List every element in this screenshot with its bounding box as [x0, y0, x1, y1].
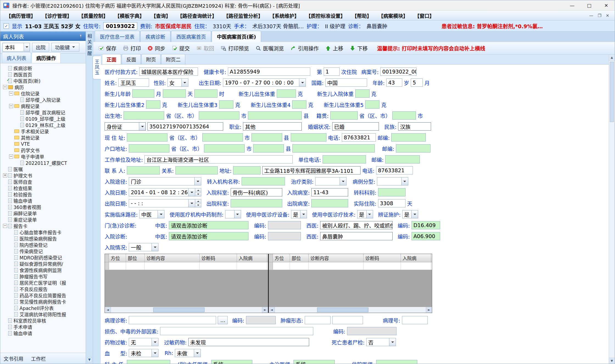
tree-item[interactable]: 药品不良反应简要报告	[1, 292, 86, 298]
scroll-right-arrow[interactable]: ►	[262, 307, 268, 313]
grid-hscrollbar[interactable]: ◄►	[105, 307, 268, 313]
maximize-button[interactable]: □	[581, 0, 598, 10]
native-province-field[interactable]	[330, 111, 358, 120]
admission-route-select[interactable]: 门诊	[129, 177, 201, 185]
menu-item[interactable]: 【系统维护】	[267, 11, 302, 20]
work-phone-field[interactable]	[323, 155, 366, 163]
discharge-ward-field[interactable]	[311, 199, 348, 207]
hukou-province-field[interactable]	[129, 144, 169, 153]
actual-stay-days-field[interactable]: 3308	[378, 199, 406, 207]
grid-empty-row[interactable]	[105, 262, 268, 270]
scroll-left-arrow[interactable]: ◄	[105, 307, 111, 313]
menu-item[interactable]: 【路径监管分析】	[220, 11, 266, 20]
tab-document-quote[interactable]: 文书引用	[4, 355, 23, 362]
tree-item[interactable]: 检查结果	[1, 185, 86, 191]
tree-item[interactable]: 邱华缨_首次病程记	[1, 109, 86, 115]
blood-type-select[interactable]: 未检	[129, 349, 158, 357]
scroll-left-arrow[interactable]: ◄	[269, 307, 275, 313]
contact-name-field[interactable]	[127, 166, 160, 174]
addr-county-field[interactable]	[251, 133, 282, 142]
hukou-detail-field[interactable]	[292, 144, 375, 153]
outpatient-diag-wm-field[interactable]: 被别人殴打、踢、拧、咬或抓伤	[320, 221, 393, 229]
menu-item[interactable]: 【质量控制】	[76, 11, 111, 20]
mdi-close-button[interactable]: ✕	[606, 13, 609, 18]
patient-name-field[interactable]: 王凤玉	[118, 78, 149, 87]
tree-item[interactable]: −病程记录	[1, 103, 86, 109]
newborn-birth-weight-2-field[interactable]	[146, 100, 160, 109]
tree-item[interactable]: −住院记录	[1, 90, 86, 97]
chevron-down-icon[interactable]	[366, 210, 373, 218]
down-button[interactable]: 下移	[347, 43, 370, 53]
tab-2[interactable]: 疾病诊断	[140, 31, 170, 42]
subtab-2[interactable]: 反面	[122, 54, 141, 64]
autopsy-select[interactable]: 否	[366, 338, 396, 346]
spin-up-icon[interactable]	[195, 199, 201, 204]
contact-addr-detail-field[interactable]: 工业路118号东辉花园雅居亭3A-1101	[262, 166, 360, 174]
tree-item[interactable]: 手术相关记录	[1, 128, 86, 134]
outpatient-diag-tcm-field[interactable]: 请双击添加诊断	[169, 221, 248, 229]
tab-workbar[interactable]: 工作栏	[31, 355, 46, 362]
addr-city-field[interactable]	[202, 133, 243, 142]
tree-item[interactable]: 麻醉记录单	[1, 210, 86, 216]
show-checkbox[interactable]: ✓	[4, 23, 9, 29]
admission-diag-wm-code-field[interactable]: A06.900	[412, 232, 440, 240]
admission-diag-wm-field[interactable]: 鼻唇囊肿	[320, 232, 393, 240]
scrollbar-track[interactable]	[609, 61, 615, 358]
menu-item[interactable]: 【模板字典】	[112, 11, 147, 20]
tree-item[interactable]: 输血申请	[1, 197, 86, 204]
tree-item[interactable]: 中医首页(新)	[1, 78, 86, 84]
tree-item[interactable]: VTE	[1, 141, 86, 147]
tree-item[interactable]: 20220117_螺旋CT	[1, 160, 86, 166]
tree-item[interactable]: 科室质控员审核	[1, 317, 86, 324]
chevron-down-icon[interactable]	[152, 338, 158, 346]
admission-condition-select[interactable]: 一般	[129, 243, 158, 251]
tcm-equipment-select[interactable]: 是	[291, 210, 307, 218]
menu-item[interactable]: 【病案模块】	[375, 11, 411, 20]
collapse-icon[interactable]: −	[9, 154, 13, 159]
tree-item[interactable]: MDRO耐药感染登记	[1, 254, 86, 261]
age-months-field[interactable]: 5	[411, 78, 423, 87]
tree-item[interactable]: 常见慢性病病例报告卡	[1, 298, 86, 305]
tree-item[interactable]: 药学文书	[1, 147, 86, 153]
case-type-select[interactable]	[377, 177, 408, 185]
tree-item[interactable]: 其他记录	[1, 134, 86, 141]
spin-down-icon[interactable]	[195, 204, 201, 207]
chevron-down-icon[interactable]	[234, 210, 241, 218]
admission-dept-field[interactable]: 骨伤一科(病区)	[231, 188, 282, 196]
menu-item[interactable]: 【路径查询统计】	[174, 11, 220, 20]
herbal-preparation-select[interactable]	[225, 210, 241, 218]
retrieve-button[interactable]: 取回	[194, 43, 217, 53]
expand-icon[interactable]: +	[3, 173, 7, 177]
tree-item[interactable]: 检验报告	[1, 191, 86, 197]
tree-item[interactable]: 心脑血管事件报告卡	[1, 229, 86, 235]
tree-item[interactable]: 院内感染登记	[1, 242, 86, 248]
tree-item[interactable]: 输血申请	[1, 330, 86, 336]
chevron-down-icon[interactable]	[194, 177, 201, 185]
tree-item[interactable]: +护理文书	[1, 172, 86, 179]
tree-item[interactable]: 艾滋病抗体初筛阳性报	[1, 311, 86, 317]
preview-button[interactable]: 打印预览	[218, 43, 252, 53]
tree-item[interactable]: 居民死亡医学证明（报	[1, 280, 86, 286]
discharge-button[interactable]: 出院	[32, 43, 49, 52]
birth-date-select[interactable]: 1970 - 07 - 27 00 : 00 : 00	[223, 78, 306, 87]
spin-up-icon[interactable]	[195, 188, 201, 193]
tab-patient-list[interactable]: 病人列表	[2, 52, 31, 63]
native-city-field[interactable]	[392, 111, 416, 120]
strip-scroll-down-button[interactable]: ▼	[87, 357, 92, 362]
chevron-down-icon[interactable]	[24, 43, 30, 51]
menu-item[interactable]: 【窗口】	[412, 11, 437, 20]
chevron-down-icon[interactable]	[411, 210, 418, 218]
injury-code-field[interactable]	[347, 327, 396, 335]
birthplace-city-field[interactable]	[199, 111, 239, 120]
tree-item[interactable]: 西医首页	[1, 71, 86, 78]
chief-physician-field[interactable]: 系统	[211, 360, 252, 364]
chevron-down-icon[interactable]	[71, 43, 76, 51]
function-keys-button[interactable]: 功能键	[51, 43, 79, 52]
work-zip-field[interactable]	[385, 155, 420, 163]
dept-select[interactable]: 本科	[2, 43, 30, 52]
chevron-down-icon[interactable]	[300, 210, 307, 218]
attending-physician-field[interactable]: 系统	[293, 360, 335, 364]
tree-item[interactable]: 邱华缨_入院记录	[1, 97, 86, 103]
injury-external-cause-field[interactable]	[160, 327, 313, 335]
newborn-birth-weight-4-field[interactable]	[292, 100, 306, 109]
